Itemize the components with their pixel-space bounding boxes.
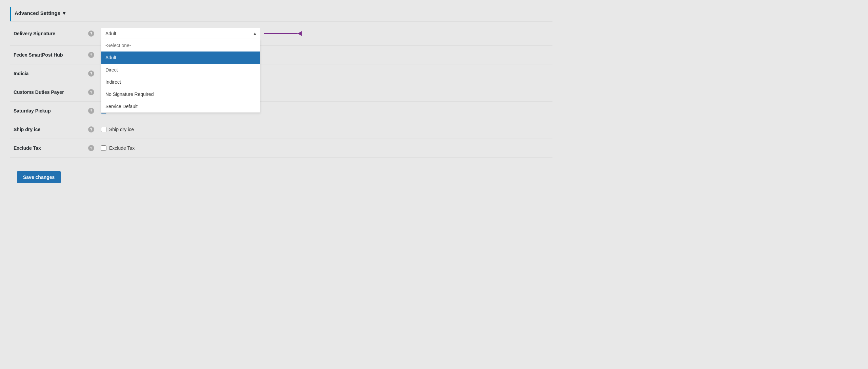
arrow-line [264,33,298,34]
indicia-row: Indicia ? [10,64,552,83]
exclude-tax-checkbox-label: Exclude Tax [109,145,135,151]
exclude-tax-checkbox-wrapper: Exclude Tax [101,145,549,151]
exclude-tax-help-icon[interactable]: ? [88,145,94,151]
delivery-signature-label: Delivery Signature [14,31,55,36]
fedex-smartpost-label: Fedex SmartPost Hub [14,52,63,58]
indicia-label: Indicia [14,71,28,76]
dropdown-option-no-signature[interactable]: No Signature Required [101,88,260,100]
customs-duties-row: Customs Duties Payer ? [10,83,552,102]
section-title-arrow: ▼ [62,10,67,16]
fedex-smartpost-help-icon[interactable]: ? [88,52,94,58]
fedex-smartpost-row: Fedex SmartPost Hub ? [10,46,552,64]
saturday-pickup-row: Saturday Pickup ? Enable [10,102,552,120]
section-title-text: Advanced Settings [15,10,60,16]
save-button[interactable]: Save changes [17,171,61,183]
delivery-signature-dropdown-wrapper: Adult ▲ -Select one- Adult Direct Indire… [101,28,260,39]
dropdown-arrow-icon: ▲ [253,31,257,36]
dropdown-arrow-annotation [264,31,302,36]
delivery-signature-dropdown-menu: -Select one- Adult Direct Indirect No Si… [101,39,260,113]
delivery-signature-help-icon[interactable]: ? [88,30,94,37]
section-title: Advanced Settings▼ [10,7,552,21]
delivery-signature-selected: Adult [105,31,116,36]
exclude-tax-checkbox[interactable] [101,145,106,151]
ship-dry-ice-help-icon[interactable]: ? [88,126,94,132]
exclude-tax-row: Exclude Tax ? Exclude Tax [10,139,552,158]
indicia-help-icon[interactable]: ? [88,70,94,77]
delivery-signature-dropdown[interactable]: Adult ▲ [101,28,260,39]
saturday-pickup-label: Saturday Pickup [14,108,51,114]
dropdown-option-adult[interactable]: Adult [101,52,260,64]
dropdown-option-direct[interactable]: Direct [101,64,260,76]
ship-dry-ice-checkbox[interactable] [101,127,106,132]
settings-table: Delivery Signature ? Adult ▲ -Select one… [10,21,552,191]
delivery-signature-row: Delivery Signature ? Adult ▲ -Select one… [10,22,552,46]
exclude-tax-label: Exclude Tax [14,145,41,151]
arrow-head [298,31,302,36]
saturday-pickup-help-icon[interactable]: ? [88,108,94,114]
ship-dry-ice-row: Ship dry ice ? Ship dry ice [10,120,552,139]
page-container: Advanced Settings▼ Delivery Signature ? … [10,7,552,191]
ship-dry-ice-label: Ship dry ice [14,127,40,132]
ship-dry-ice-checkbox-wrapper: Ship dry ice [101,127,549,132]
dropdown-option-placeholder[interactable]: -Select one- [101,39,260,52]
customs-duties-label: Customs Duties Payer [14,89,64,95]
ship-dry-ice-checkbox-label: Ship dry ice [109,127,134,132]
dropdown-option-service-default[interactable]: Service Default [101,100,260,112]
save-button-row: Save changes [10,158,552,192]
customs-duties-help-icon[interactable]: ? [88,89,94,95]
dropdown-option-indirect[interactable]: Indirect [101,76,260,88]
